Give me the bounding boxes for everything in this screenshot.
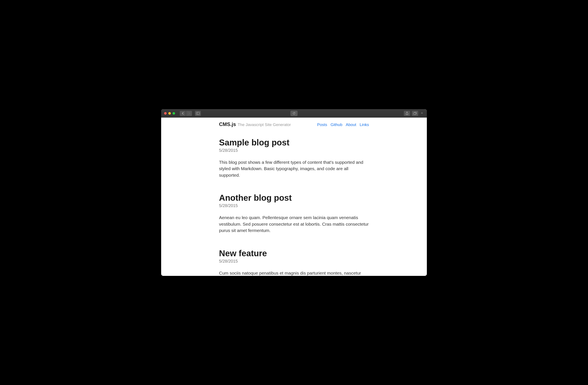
share-button[interactable] bbox=[404, 111, 410, 116]
toolbar-right: + bbox=[404, 111, 424, 116]
nav-buttons bbox=[180, 111, 192, 116]
chevron-right-icon bbox=[188, 112, 190, 115]
post: New feature 5/28/2015 Cum sociis natoque… bbox=[219, 249, 369, 276]
post-title[interactable]: Another blog post bbox=[219, 193, 369, 203]
nav: Posts Github About Links bbox=[317, 122, 369, 127]
reload-icon[interactable] bbox=[293, 112, 295, 115]
post: Sample blog post 5/28/2015 This blog pos… bbox=[219, 138, 369, 178]
nav-link-links[interactable]: Links bbox=[360, 122, 369, 127]
close-window-button[interactable] bbox=[164, 112, 167, 115]
maximize-window-button[interactable] bbox=[172, 112, 175, 115]
brand-title: CMS.js bbox=[219, 121, 236, 127]
post: Another blog post 5/28/2015 Aenean eu le… bbox=[219, 193, 369, 234]
svg-rect-0 bbox=[196, 112, 200, 114]
browser-window: + CMS.js The Javascript Site Generator P… bbox=[161, 109, 427, 276]
share-icon bbox=[405, 112, 408, 115]
brand: CMS.js The Javascript Site Generator bbox=[219, 121, 291, 127]
sidebar-icon bbox=[196, 112, 200, 115]
post-date: 5/28/2015 bbox=[219, 148, 369, 153]
post-date: 5/28/2015 bbox=[219, 203, 369, 208]
post-title[interactable]: New feature bbox=[219, 249, 369, 258]
sidebar-toggle-button[interactable] bbox=[195, 111, 201, 116]
new-tab-button[interactable]: + bbox=[420, 111, 424, 116]
forward-button[interactable] bbox=[186, 111, 192, 116]
site-header: CMS.js The Javascript Site Generator Pos… bbox=[219, 121, 369, 127]
brand-subtitle: The Javascript Site Generator bbox=[238, 122, 291, 127]
nav-link-posts[interactable]: Posts bbox=[317, 122, 327, 127]
tabs-icon bbox=[413, 112, 417, 115]
tabs-button[interactable] bbox=[412, 111, 418, 116]
post-body: Cum sociis natoque penatibus et magnis d… bbox=[219, 270, 369, 276]
page-container: CMS.js The Javascript Site Generator Pos… bbox=[219, 118, 369, 276]
plus-icon: + bbox=[421, 111, 423, 115]
post-title[interactable]: Sample blog post bbox=[219, 138, 369, 147]
minimize-window-button[interactable] bbox=[168, 112, 171, 115]
chevron-left-icon bbox=[182, 112, 184, 115]
page-content: CMS.js The Javascript Site Generator Pos… bbox=[161, 118, 427, 276]
window-controls bbox=[164, 112, 175, 115]
nav-link-github[interactable]: Github bbox=[331, 122, 342, 127]
post-body: This blog post shows a few different typ… bbox=[219, 159, 369, 178]
post-date: 5/28/2015 bbox=[219, 259, 369, 264]
svg-rect-2 bbox=[414, 113, 416, 114]
nav-link-about[interactable]: About bbox=[346, 122, 356, 127]
back-button[interactable] bbox=[180, 111, 186, 116]
post-body: Aenean eu leo quam. Pellentesque ornare … bbox=[219, 214, 369, 234]
titlebar: + bbox=[161, 109, 427, 118]
address-bar[interactable] bbox=[290, 111, 298, 116]
